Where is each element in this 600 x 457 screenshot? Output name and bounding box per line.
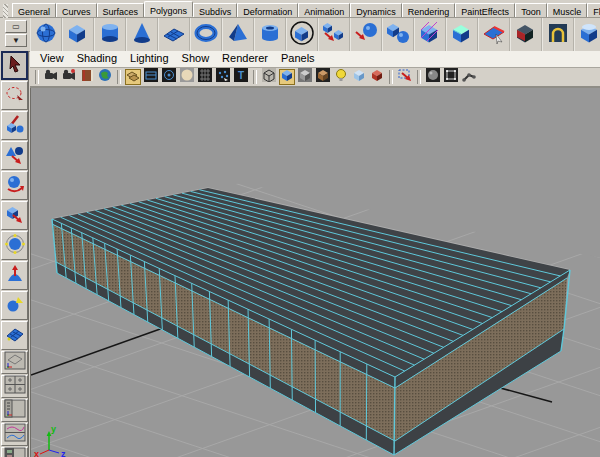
shelf-menu-button[interactable]: ▼: [5, 34, 27, 47]
smooth-shade-all-icon: [298, 68, 312, 86]
panel-menu-items: ViewShadingLightingShowRendererPanels: [40, 51, 315, 66]
shelf-tab-dynamics[interactable]: Dynamics: [350, 3, 402, 17]
panel-menu-renderer[interactable]: Renderer: [222, 51, 268, 66]
smooth-shade-mode-button[interactable]: [279, 69, 295, 85]
universal-manipulator-tool-button[interactable]: [1, 231, 28, 260]
wireframe-mode-button[interactable]: [261, 69, 277, 85]
paint-select-tool-button[interactable]: [1, 111, 28, 140]
shelf-button-poly-smooth[interactable]: [574, 18, 600, 51]
poly-sculpt-icon: [449, 20, 475, 50]
default-material-button[interactable]: [351, 69, 367, 85]
film-gate-button[interactable]: [143, 69, 159, 85]
poly-cylinder-icon: [97, 20, 123, 50]
shelf-button-poly-mirror-cut[interactable]: [318, 18, 350, 51]
poly-plane-icon: [161, 20, 187, 50]
textured-mode-button[interactable]: [315, 69, 331, 85]
use-all-lights-icon: [334, 68, 348, 86]
soft-mod-tool-button[interactable]: [1, 261, 28, 290]
perspective-viewport[interactable]: x y z: [30, 88, 600, 457]
shelf-button-poly-cone[interactable]: [126, 18, 158, 51]
no-lights-button[interactable]: [369, 69, 385, 85]
grid-toggle-icon: [126, 68, 140, 86]
shelf-tab-subdivs[interactable]: Subdivs: [193, 3, 237, 17]
shelf-button-poly-plane[interactable]: [158, 18, 190, 51]
layout-four-pane-button[interactable]: [1, 375, 28, 398]
panel-menu-bar: ViewShadingLightingShowRendererPanels: [30, 51, 600, 68]
field-chart-button[interactable]: [197, 69, 213, 85]
xray-joints-icon: [462, 68, 476, 86]
shelf-button-poly-cube[interactable]: [62, 18, 94, 51]
smooth-shade-all-button[interactable]: [297, 69, 313, 85]
panel-menu-lighting[interactable]: Lighting: [130, 51, 169, 66]
xray-active-icon: [444, 68, 458, 86]
shelf-tab-menu-button[interactable]: ▭: [5, 20, 27, 33]
shelf-item-list: [30, 18, 600, 51]
xray-shaded-button[interactable]: [425, 69, 441, 85]
shelf-button-poly-smooth-proxy[interactable]: [414, 18, 446, 51]
shelf-button-poly-combine[interactable]: [350, 18, 382, 51]
rotate-tool-icon: [5, 174, 25, 198]
layout-persp-outliner-icon: [4, 399, 26, 422]
gate-mask-button[interactable]: [179, 69, 195, 85]
last-tool-button[interactable]: [1, 321, 28, 350]
safe-title-button[interactable]: T: [233, 69, 249, 85]
select-camera-icon: [44, 68, 58, 86]
shelf-button-poly-sculpt[interactable]: [446, 18, 478, 51]
camera-attributes-button[interactable]: [61, 69, 77, 85]
shelf-button-poly-booleans[interactable]: [382, 18, 414, 51]
xray-active-button[interactable]: [443, 69, 459, 85]
shelf-button-poly-torus[interactable]: [190, 18, 222, 51]
scale-tool-button[interactable]: [1, 201, 28, 230]
shelf-tab-general[interactable]: General: [12, 3, 56, 17]
paint-select-tool-icon: [5, 114, 25, 138]
wireframe-mode-icon: [262, 68, 276, 86]
shelf-button-poly-cylinder[interactable]: [94, 18, 126, 51]
select-camera-button[interactable]: [43, 69, 59, 85]
panel-menu-panels[interactable]: Panels: [281, 51, 315, 66]
use-all-lights-button[interactable]: [333, 69, 349, 85]
textured-mode-icon: [316, 68, 330, 86]
panel-menu-shading[interactable]: Shading: [77, 51, 117, 66]
rotate-tool-button[interactable]: [1, 171, 28, 200]
shelf-tab-fluids[interactable]: Fluids: [587, 3, 600, 17]
shelf-tab-toon[interactable]: Toon: [515, 3, 547, 17]
selection-highlight-button[interactable]: [397, 69, 413, 85]
layout-hypergraph-persp-button[interactable]: [1, 447, 28, 457]
shelf-tab-deformation[interactable]: Deformation: [237, 3, 298, 17]
last-tool-icon: [5, 324, 25, 348]
shelf-tab-curves[interactable]: Curves: [56, 3, 97, 17]
layout-persp-graph-button[interactable]: [1, 423, 28, 446]
bookmarks-button[interactable]: [79, 69, 95, 85]
layout-single-pane-button[interactable]: [1, 351, 28, 374]
shelf-tab-animation[interactable]: Animation: [298, 3, 350, 17]
image-plane-button[interactable]: [97, 69, 113, 85]
shelf-tab-muscle[interactable]: Muscle: [547, 3, 588, 17]
shelf-tab-painteffects[interactable]: PaintEffects: [455, 3, 515, 17]
shelf-tab-surfaces[interactable]: Surfaces: [97, 3, 145, 17]
lasso-tool-button[interactable]: [1, 81, 28, 110]
shelf-tab-polygons[interactable]: Polygons: [144, 1, 193, 17]
panel-menu-view[interactable]: View: [40, 51, 64, 66]
shelf-tab-rendering[interactable]: Rendering: [402, 3, 456, 17]
shelf-button-poly-arch[interactable]: [542, 18, 574, 51]
svg-text:x: x: [34, 449, 39, 457]
select-tool-button[interactable]: [1, 51, 28, 80]
shelf: ▭ ▼: [0, 18, 600, 52]
poly-mirror-cut-icon: [321, 20, 347, 50]
show-manipulator-tool-button[interactable]: [1, 291, 28, 320]
shelf-button-poly-extrude[interactable]: [510, 18, 542, 51]
safe-action-button[interactable]: [215, 69, 231, 85]
shelf-button-poly-split-face[interactable]: [478, 18, 510, 51]
panel-menu-show[interactable]: Show: [182, 51, 210, 66]
grid-toggle-button[interactable]: [125, 69, 141, 85]
resolution-gate-button[interactable]: [161, 69, 177, 85]
shelf-button-poly-pyramid[interactable]: [222, 18, 254, 51]
shelf-button-poly-sphere[interactable]: [30, 18, 62, 51]
viewport-canvas[interactable]: x y z: [31, 88, 600, 457]
shelf-button-poly-smooth-ringed[interactable]: [286, 18, 318, 51]
xray-joints-button[interactable]: [461, 69, 477, 85]
layout-persp-outliner-button[interactable]: [1, 399, 28, 422]
move-tool-button[interactable]: [1, 141, 28, 170]
safe-title-icon: T: [234, 68, 248, 86]
shelf-button-poly-pipe[interactable]: [254, 18, 286, 51]
